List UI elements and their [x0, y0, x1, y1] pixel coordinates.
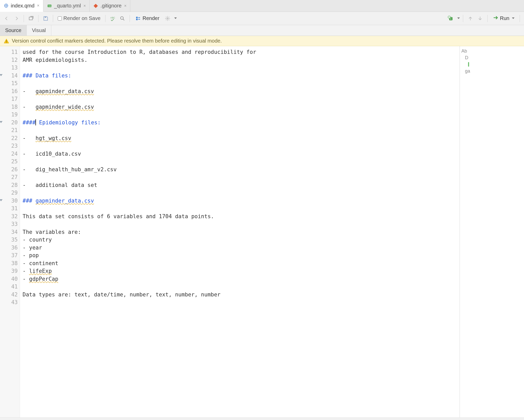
outline-item-label: Ab: [461, 48, 467, 54]
file-tab-bar: index.qmd×YML_quarto.yml×.gitignore×: [0, 0, 524, 12]
code-line[interactable]: - additional data set: [23, 181, 457, 189]
close-tab-icon[interactable]: ×: [83, 4, 86, 8]
code-line[interactable]: used for the course Introduction to R, d…: [23, 48, 457, 56]
code-line[interactable]: [23, 64, 457, 72]
close-tab-icon[interactable]: ×: [124, 4, 127, 8]
line-number: 20: [0, 119, 18, 127]
code-line[interactable]: [23, 126, 457, 134]
run-previous-button[interactable]: [466, 14, 474, 23]
code-line[interactable]: [23, 111, 457, 119]
code-line[interactable]: [23, 158, 457, 166]
code-line[interactable]: This data set consists of 6 variables an…: [23, 213, 457, 221]
line-number: 15: [0, 79, 18, 87]
settings-dropdown[interactable]: [174, 17, 177, 20]
svg-rect-15: [6, 42, 7, 43]
run-dropdown-caret[interactable]: [512, 17, 515, 20]
code-line[interactable]: [23, 298, 457, 306]
svg-text:+: +: [449, 16, 450, 18]
warning-text: Version control conflict markers detecte…: [12, 38, 222, 44]
editor-wrap: 1112131415161718192021222324252627282930…: [0, 46, 524, 417]
line-number: 33: [0, 220, 18, 228]
code-line[interactable]: - dig_health_hub_amr_v2.csv: [23, 166, 457, 174]
toolbar-separator: [487, 15, 488, 22]
file-tab-label: .gitignore: [100, 3, 121, 9]
outline-current-marker: [468, 62, 469, 67]
outline-item-label: ga: [465, 68, 470, 74]
code-line[interactable]: [23, 95, 457, 103]
code-line[interactable]: [23, 142, 457, 150]
code-line[interactable]: - gdpPerCap: [23, 275, 457, 283]
back-button[interactable]: [3, 14, 11, 23]
line-number: 19: [0, 111, 18, 119]
horizontal-scrollbar[interactable]: [0, 417, 524, 420]
code-line[interactable]: ### Data files:: [23, 72, 457, 80]
file-tab[interactable]: YML_quarto.yml×: [43, 0, 90, 12]
render-on-save-toggle[interactable]: Render on Save: [56, 15, 102, 21]
code-line[interactable]: - hgt_wgt.csv: [23, 134, 457, 142]
code-line[interactable]: The variables are:: [23, 228, 457, 236]
spellcheck-button[interactable]: ABC: [109, 14, 117, 23]
mode-tab-source-label: Source: [5, 27, 21, 33]
render-icon: [135, 16, 141, 21]
outline-pane[interactable]: AbDga: [460, 46, 524, 417]
code-line[interactable]: #### Epidemiology files:: [23, 119, 457, 127]
line-number: 17: [0, 95, 18, 103]
file-tab[interactable]: .gitignore×: [90, 0, 130, 12]
code-line[interactable]: [23, 189, 457, 197]
render-on-save-checkbox[interactable]: [58, 16, 62, 21]
outline-item[interactable]: ga: [461, 68, 523, 74]
outline-item[interactable]: D: [461, 54, 523, 61]
line-number: 27: [0, 173, 18, 181]
code-line[interactable]: - continent: [23, 259, 457, 267]
run-button[interactable]: Run: [491, 14, 517, 23]
insert-chunk-dropdown[interactable]: [457, 17, 460, 20]
line-number: 39: [0, 267, 18, 275]
source-editor[interactable]: 1112131415161718192021222324252627282930…: [0, 46, 460, 417]
toolbar-separator: [105, 15, 105, 22]
code-line[interactable]: - gapminder_wide.csv: [23, 103, 457, 111]
run-next-button[interactable]: [476, 14, 484, 23]
line-number: 31: [0, 205, 18, 213]
file-tab[interactable]: index.qmd×: [0, 0, 43, 12]
insert-chunk-button[interactable]: C+: [447, 14, 455, 23]
code-line[interactable]: - country: [23, 236, 457, 244]
line-number: 16: [0, 87, 18, 95]
mode-tab-visual[interactable]: Visual: [27, 25, 51, 36]
code-line[interactable]: - icd10_data.csv: [23, 150, 457, 158]
forward-button[interactable]: [12, 14, 21, 23]
code-line[interactable]: [23, 220, 457, 228]
code-line[interactable]: [23, 173, 457, 181]
code-line[interactable]: [23, 205, 457, 213]
code-area[interactable]: used for the course Introduction to R, d…: [20, 46, 460, 417]
outline-item[interactable]: Ab: [461, 48, 523, 54]
close-tab-icon[interactable]: ×: [37, 3, 39, 8]
code-line[interactable]: Data types are: text, date/time, number,…: [23, 291, 457, 299]
find-button[interactable]: [118, 14, 127, 23]
popup-window-button[interactable]: [27, 14, 35, 23]
line-number: 12: [0, 56, 18, 64]
code-line[interactable]: ### gapminder_data.csv: [23, 197, 457, 205]
fold-toggle-icon[interactable]: [0, 121, 3, 125]
code-line[interactable]: - year: [23, 244, 457, 252]
code-line[interactable]: [23, 283, 457, 291]
line-number: 35: [0, 236, 18, 244]
line-number: 26: [0, 166, 18, 174]
fold-toggle-icon[interactable]: [0, 74, 3, 78]
code-line[interactable]: - gapminder_data.csv: [23, 87, 457, 95]
file-tab-label: _quarto.yml: [54, 3, 81, 9]
render-button[interactable]: Render: [133, 15, 162, 22]
code-line[interactable]: [23, 79, 457, 87]
svg-rect-3: [29, 17, 33, 20]
line-number: 43: [0, 298, 18, 306]
code-line[interactable]: - pop: [23, 252, 457, 259]
code-line[interactable]: AMR epidemiologists.: [23, 56, 457, 64]
mode-tab-source[interactable]: Source: [0, 25, 27, 36]
outline-item[interactable]: [461, 61, 523, 68]
save-button[interactable]: [42, 14, 50, 23]
file-type-icon: [4, 3, 9, 8]
toolbar-separator: [130, 15, 130, 22]
settings-button[interactable]: [163, 14, 172, 23]
fold-toggle-icon[interactable]: [0, 199, 3, 203]
svg-rect-4: [45, 16, 46, 18]
code-line[interactable]: - lifeExp: [23, 267, 457, 275]
